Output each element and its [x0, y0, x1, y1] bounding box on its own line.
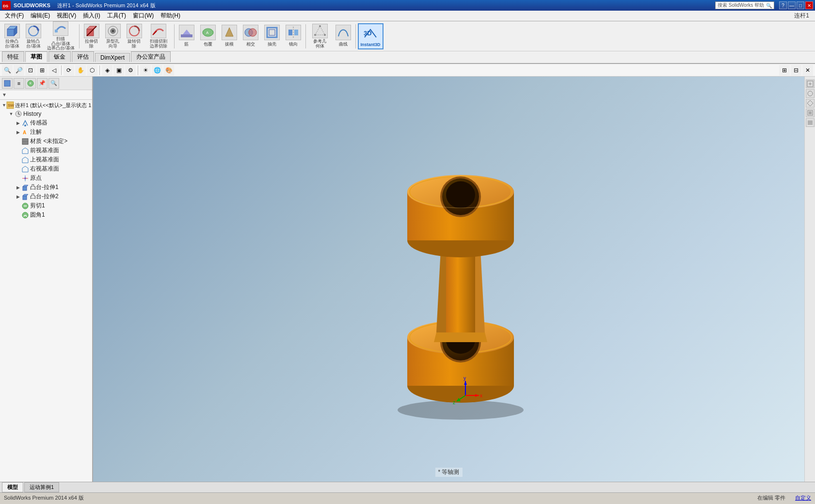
tab-evaluate[interactable]: 评估: [72, 51, 94, 62]
menu-item-window[interactable]: 窗口(W): [130, 11, 157, 21]
zoom-out-button[interactable]: 🔎: [14, 65, 24, 76]
menu-item-insert[interactable]: 插入(I): [80, 11, 103, 21]
menu-item-tools[interactable]: 工具(T): [104, 11, 129, 21]
tree-item-shell1[interactable]: ▶ 剪切1: [1, 201, 91, 210]
annotations-expander[interactable]: ▶: [15, 129, 21, 136]
tree-item-history[interactable]: ▼ History: [1, 110, 91, 118]
hole-wizard-button[interactable]: 异型孔向导: [103, 23, 123, 49]
menu-item-view[interactable]: 视图(V): [54, 11, 79, 21]
bottom-tab-model[interactable]: 模型: [2, 482, 23, 492]
rt-btn-3[interactable]: [806, 99, 815, 108]
ft-btn-list[interactable]: ≡: [14, 78, 24, 89]
tree-item-top-plane[interactable]: ▶ 上视基准面: [1, 155, 91, 164]
display-style-button[interactable]: ◈: [102, 65, 112, 76]
ft-btn-properties[interactable]: [2, 78, 13, 89]
tab-dimxpert[interactable]: DimXpert: [95, 53, 130, 62]
search-input-bar[interactable]: 搜索 SolidWorks 帮助 🔍: [715, 1, 774, 9]
doc-name-header: 连杆1: [794, 12, 809, 20]
ft-btn-add[interactable]: +: [25, 78, 36, 89]
ft-btn-search[interactable]: 🔍: [48, 78, 59, 89]
rotate-button[interactable]: ⟳: [64, 65, 74, 76]
tree-item-material[interactable]: ▶ 材质 <未指定>: [1, 137, 91, 146]
view-options-button[interactable]: ⚙: [125, 65, 136, 76]
right-plane-label: 右视基准面: [30, 165, 59, 173]
svg-text:z: z: [453, 400, 455, 405]
reference-geometry-button[interactable]: 参考几何体: [308, 23, 332, 49]
tree-item-fillet1[interactable]: ▶ 圆角1: [1, 210, 91, 220]
tree-item-origin[interactable]: ▶ 原点: [1, 173, 91, 183]
intersect-button[interactable]: 相交: [240, 23, 261, 49]
rt-btn-2[interactable]: [806, 89, 815, 98]
svg-point-56: [398, 400, 524, 420]
view-maximize-button[interactable]: ⊞: [779, 65, 790, 76]
status-bar: SolidWorks Premium 2014 x64 版 在编辑 零件 自定义: [0, 492, 815, 503]
rt-btn-5[interactable]: [806, 118, 815, 127]
history-expander[interactable]: ▼: [8, 110, 15, 117]
view-restore-button[interactable]: ⊟: [791, 65, 801, 76]
revolve-cut-button[interactable]: 旋转切除: [124, 23, 144, 49]
tree-item-boss1[interactable]: ▶ 凸台-拉伸1: [1, 183, 91, 192]
tab-feature[interactable]: 特征: [2, 51, 24, 62]
curve-button[interactable]: 曲线: [333, 23, 353, 49]
status-customize[interactable]: 自定义: [795, 494, 811, 502]
minimize-button[interactable]: —: [788, 1, 796, 9]
rib-icon: [179, 25, 194, 40]
tree-item-right-plane[interactable]: ▶ 右视基准面: [1, 164, 91, 173]
rib-button[interactable]: 筋: [176, 23, 197, 49]
zoom-area-button[interactable]: ⊞: [37, 65, 48, 76]
tree-item-boss2[interactable]: ▶ 凸台-拉伸2: [1, 192, 91, 201]
appearance-button[interactable]: 🎨: [163, 65, 174, 76]
filter-row: ▼: [0, 90, 92, 100]
tree-root[interactable]: ▼ SW 连杆1 (默认<<默认>_显示状态 1: [1, 101, 91, 110]
shell-button[interactable]: 抽壳: [262, 23, 282, 49]
zoom-in-button[interactable]: 🔍: [2, 65, 13, 76]
close-button[interactable]: ✕: [805, 1, 813, 9]
tab-sketch[interactable]: 草图: [25, 51, 48, 62]
tree-item-sensors[interactable]: ▶ 传感器: [1, 118, 91, 127]
pan-button[interactable]: ✋: [75, 65, 86, 76]
draft-button[interactable]: 拔模: [219, 23, 240, 49]
wrap-button[interactable]: A 包覆: [198, 23, 218, 49]
svg-text:SW: SW: [8, 103, 14, 108]
extrude-cut-button[interactable]: 拉伸切除: [81, 23, 102, 49]
origin-icon: [21, 174, 29, 182]
sweep-cut-button[interactable]: 扫描切割边界切除: [145, 23, 172, 49]
bottom-tab-motion[interactable]: 运动算例1: [24, 482, 59, 492]
extrude-boss-button[interactable]: 拉伸凸台/基体: [2, 23, 22, 49]
boss1-expander[interactable]: ▶: [15, 184, 21, 191]
restore-button[interactable]: □: [797, 1, 804, 9]
menu-item-help[interactable]: 帮助(H): [158, 11, 183, 21]
panel-resize-handle[interactable]: [90, 77, 92, 482]
tree-item-front-plane[interactable]: ▶ 前视基准面: [1, 146, 91, 155]
rt-btn-4[interactable]: [806, 109, 815, 117]
sweep-boss-button[interactable]: 扫描凸台/基体边界凸台/基体: [45, 23, 77, 49]
ft-btn-pin[interactable]: 📌: [37, 78, 48, 89]
menu-item-file[interactable]: 文件(F): [2, 11, 27, 21]
mirror-button[interactable]: 镜向: [283, 23, 304, 49]
instant3d-button[interactable]: 3D Instant3D: [358, 23, 384, 49]
viewport[interactable]: x y z * 等轴测: [93, 77, 804, 482]
help-button[interactable]: ?: [779, 1, 787, 9]
sensors-expander[interactable]: ▶: [15, 120, 21, 126]
section-view-button[interactable]: ▣: [113, 65, 124, 76]
view-close-button[interactable]: ✕: [802, 65, 813, 76]
root-expander[interactable]: ▼: [2, 102, 6, 109]
previous-view-button[interactable]: ◁: [48, 65, 59, 76]
boss2-expander[interactable]: ▶: [15, 193, 21, 200]
revolve-boss-button[interactable]: 旋转凸台/基体: [23, 23, 44, 49]
app-logo: DS: [2, 1, 11, 10]
svg-text:A: A: [206, 31, 209, 35]
menu-item-edit[interactable]: 编辑(E): [28, 11, 53, 21]
lights-button[interactable]: ☀: [140, 65, 151, 76]
scene-button[interactable]: 🌐: [152, 65, 162, 76]
view-label: * 等轴测: [435, 468, 462, 477]
tree-item-annotations[interactable]: ▶ A 注解: [1, 127, 91, 137]
tab-office[interactable]: 办公室产品: [131, 51, 171, 62]
zoom-fit-button[interactable]: ⊡: [25, 65, 36, 76]
boss2-icon: [21, 193, 29, 201]
tab-sheetmetal[interactable]: 钣金: [48, 51, 71, 62]
rt-btn-1[interactable]: [806, 79, 815, 88]
svg-marker-28: [315, 26, 325, 35]
view-select-button[interactable]: ⬡: [87, 65, 97, 76]
svg-rect-51: [23, 196, 27, 200]
